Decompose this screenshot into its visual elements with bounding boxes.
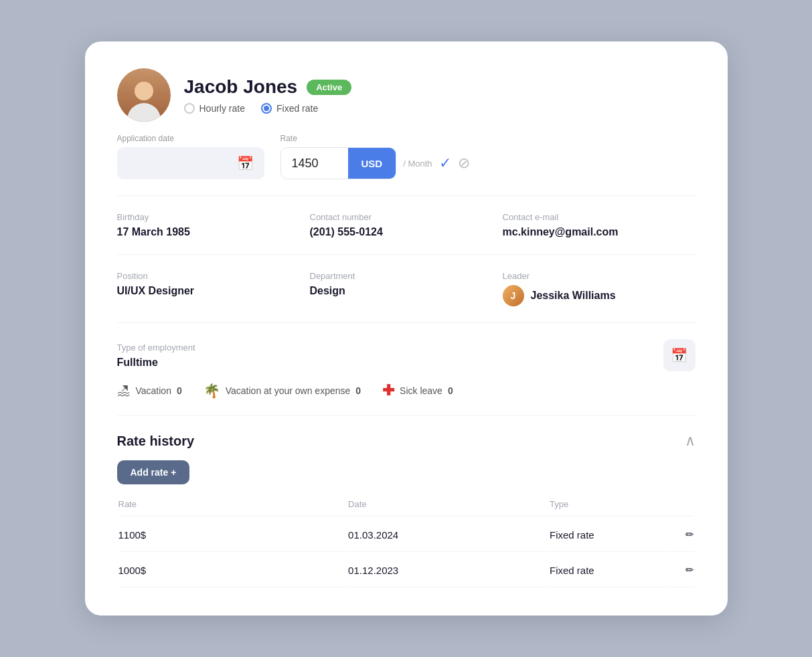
type-cell: Fixed rate	[550, 553, 664, 587]
confirm-icon[interactable]: ✓	[439, 155, 451, 172]
rate-input-group: 1450 USD	[280, 147, 397, 179]
fixed-rate-radio[interactable]: Fixed rate	[261, 103, 318, 114]
currency-button[interactable]: USD	[348, 148, 396, 179]
rate-history-header: Rate history ∧	[117, 432, 696, 450]
hourly-rate-radio[interactable]: Hourly rate	[184, 103, 245, 114]
type-cell: Fixed rate	[550, 518, 664, 552]
col-rate-header: Rate	[118, 499, 347, 517]
rate-cell: 1100$	[118, 518, 347, 552]
date-cell: 01.03.2024	[348, 518, 548, 552]
cancel-icon[interactable]: ⊘	[458, 155, 470, 172]
application-date-input[interactable]: 📅	[117, 147, 264, 179]
leave-row: 🏖 Vacation 0 🌴 Vacation at your own expe…	[117, 382, 696, 399]
rate-cell: 1000$	[118, 553, 347, 587]
leader-name: Jessika Williams	[531, 290, 616, 302]
add-rate-button[interactable]: Add rate +	[117, 460, 190, 484]
table-row: 1100$ 01.03.2024 Fixed rate ✏	[118, 518, 694, 552]
calendar-icon-employment: 📅	[671, 347, 687, 363]
edit-button[interactable]: ✏	[665, 518, 694, 552]
sick-leave-item: ✚ Sick leave 0	[382, 382, 453, 399]
vacation-item: 🏖 Vacation 0	[117, 383, 182, 399]
rate-period: / Month	[403, 159, 432, 169]
leader-avatar: J	[503, 285, 524, 306]
rate-input[interactable]: 1450	[281, 148, 348, 179]
radio-circle-fixed	[261, 103, 272, 114]
email-field: Contact e-mail mc.kinney@gmail.com	[503, 212, 696, 238]
department-field: Department Design	[310, 271, 503, 306]
contact-field: Contact number (201) 555-0124	[310, 212, 503, 238]
sick-leave-icon: ✚	[382, 382, 394, 399]
vacation-expense-item: 🌴 Vacation at your own expense 0	[204, 383, 361, 399]
date-cell: 01.12.2023	[348, 553, 548, 587]
radio-circle-hourly	[184, 103, 195, 114]
vacation-icon: 🏖	[117, 383, 131, 399]
user-name: Jacob Jones	[184, 76, 298, 98]
profile-card: Jacob Jones Active Hourly rate Fixed rat…	[85, 41, 728, 616]
status-badge: Active	[307, 80, 351, 95]
profile-header: Jacob Jones Active Hourly rate Fixed rat…	[117, 68, 696, 122]
rate-history-title: Rate history	[117, 434, 195, 449]
position-field: Position UI/UX Designer	[117, 271, 310, 306]
rate-type-group: Hourly rate Fixed rate	[184, 103, 352, 114]
table-row: 1000$ 01.12.2023 Fixed rate ✏	[118, 553, 694, 587]
application-date-label: Application date	[117, 134, 264, 143]
name-section: Jacob Jones Active Hourly rate Fixed rat…	[184, 76, 352, 114]
col-type-header: Type	[550, 499, 664, 517]
col-date-header: Date	[348, 499, 548, 517]
rate-label: Rate	[280, 134, 470, 143]
job-info: Position UI/UX Designer Department Desig…	[117, 271, 696, 306]
edit-button[interactable]: ✏	[665, 553, 694, 587]
leader-field: Leader J Jessika Williams	[503, 271, 696, 306]
employment-section: Type of employment Fulltime 📅	[117, 339, 696, 371]
birthday-field: Birthday 17 March 1985	[117, 212, 310, 238]
rate-history-table: Rate Date Type 1100$ 01.03.2024 Fixed ra…	[117, 498, 696, 589]
vacation-expense-icon: 🌴	[204, 383, 220, 399]
leader-row: J Jessika Williams	[503, 285, 696, 306]
collapse-icon[interactable]: ∧	[685, 432, 696, 450]
personal-info: Birthday 17 March 1985 Contact number (2…	[117, 212, 696, 238]
calendar-icon: 📅	[237, 155, 254, 171]
avatar	[117, 68, 171, 122]
rate-section: Application date 📅 Rate 1450 USD / Month…	[117, 134, 696, 179]
employment-calendar-button[interactable]: 📅	[663, 339, 696, 371]
rate-history-section: Rate history ∧ Add rate + Rate Date Type…	[117, 432, 696, 589]
